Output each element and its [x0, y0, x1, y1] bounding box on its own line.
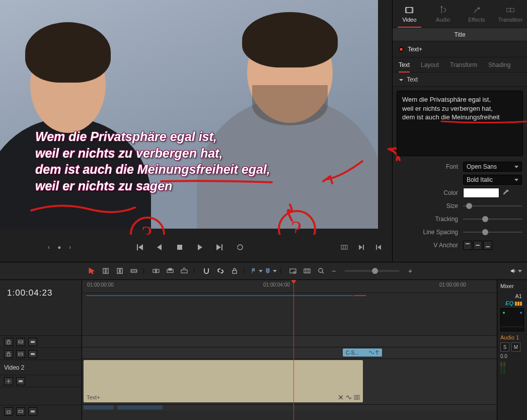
snap-toggle[interactable] [200, 265, 212, 277]
clip-video1-b[interactable] [117, 405, 163, 409]
svg-rect-21 [169, 268, 172, 270]
next-marker-button[interactable] [356, 242, 367, 253]
in-out-range [86, 295, 353, 296]
timecode-display[interactable]: 1:00:04:23 [0, 280, 82, 306]
node-strip[interactable]: Text+ [393, 41, 527, 57]
visible-icon[interactable] [28, 407, 37, 415]
dynamic-trim-tool[interactable] [114, 265, 126, 277]
replace-clip-button[interactable] [178, 265, 190, 277]
vanchor-top[interactable] [463, 241, 472, 250]
auto-select-icon[interactable] [16, 407, 25, 415]
svg-rect-18 [153, 269, 156, 272]
zoom-out-button[interactable]: − [329, 266, 338, 275]
auto-select-icon[interactable] [16, 338, 25, 346]
mixer-eq-button[interactable]: EQ [500, 300, 524, 306]
mute-channel-button[interactable]: M [511, 342, 520, 352]
font-select[interactable]: Open Sans [463, 162, 522, 172]
visible-icon[interactable] [28, 338, 37, 346]
svg-point-40 [503, 312, 505, 314]
link-toggle[interactable] [214, 265, 227, 277]
viewer-mode-dots[interactable]: ‹ ● › [48, 244, 74, 251]
vanchor-segmented[interactable] [463, 241, 492, 250]
zoom-in-button[interactable]: + [406, 266, 415, 275]
vanchor-mid[interactable] [473, 241, 482, 250]
match-frame-button[interactable] [339, 242, 350, 253]
size-slider[interactable] [463, 201, 522, 211]
subtab-shading[interactable]: Shading [488, 57, 510, 72]
zoom-custom-button[interactable] [315, 265, 327, 277]
track-head-v2-ctrls[interactable] [0, 375, 82, 387]
svg-rect-37 [31, 410, 35, 412]
clip-menu-icon[interactable] [354, 394, 360, 400]
svg-rect-30 [31, 341, 35, 343]
lock-toggle[interactable] [229, 265, 241, 277]
inspector-tab-audio[interactable]: Audio [426, 0, 460, 28]
playhead[interactable] [293, 280, 294, 420]
marker-dropdown[interactable] [265, 265, 277, 277]
visible-icon[interactable] [16, 377, 25, 385]
subtab-text[interactable]: Text [399, 57, 410, 72]
visible-icon[interactable] [28, 350, 37, 358]
first-frame-button[interactable] [133, 241, 146, 254]
inspector-tab-effects[interactable]: Effects [460, 0, 494, 28]
prev-marker-button[interactable] [373, 242, 384, 253]
mixer-header: Mixer [500, 283, 524, 289]
lock-icon[interactable] [4, 407, 13, 415]
time-ruler[interactable]: 01:00:00:00 01:00:04:00 01:00:08:00 [82, 280, 497, 293]
zoom-slider[interactable] [344, 270, 400, 272]
last-frame-button[interactable] [213, 241, 227, 254]
insert-clip-button[interactable] [150, 265, 162, 277]
zoom-detail-button[interactable] [301, 265, 313, 277]
auto-select-icon[interactable] [16, 350, 25, 358]
clip-video1-a[interactable] [84, 405, 114, 409]
track-head-v3b[interactable] [0, 347, 82, 360]
font-weight-select[interactable]: Bold Italic [463, 175, 522, 185]
video-frame [0, 0, 378, 229]
blade-tool[interactable] [128, 265, 140, 277]
play-reverse-button[interactable] [153, 241, 166, 254]
svg-rect-16 [106, 268, 108, 273]
color-swatch[interactable] [463, 188, 499, 198]
overwrite-clip-button[interactable] [164, 265, 176, 277]
trim-edit-tool[interactable] [100, 265, 112, 277]
flag-dropdown[interactable] [251, 265, 263, 277]
subtab-transform[interactable]: Transform [450, 57, 477, 72]
track-head-v2[interactable]: Video 2 [0, 360, 82, 375]
line-spacing-slider[interactable] [463, 227, 522, 237]
loop-button[interactable] [234, 241, 247, 254]
enable-dot-icon[interactable] [399, 47, 404, 52]
mixer-eq-graph[interactable] [500, 308, 524, 331]
svg-rect-4 [177, 245, 182, 250]
lock-icon[interactable] [4, 350, 13, 358]
subtab-layout[interactable]: Layout [421, 57, 439, 72]
track-head-v1[interactable] [0, 405, 82, 417]
mixer-panel: Mixer A1 EQ Audio 1 S M 0.0 [497, 280, 527, 420]
clip-compound[interactable]: C-S... [343, 348, 382, 357]
zoom-full-button[interactable] [287, 265, 299, 277]
styled-text-input[interactable]: Wem die Privatsphäre egal ist, weil er n… [397, 91, 523, 156]
section-text-header[interactable]: Text [393, 73, 527, 87]
inspector-tab-transition[interactable]: Transition [493, 0, 527, 28]
clip-text-plus[interactable]: Text+ [84, 360, 363, 402]
svg-rect-31 [7, 354, 10, 356]
stop-button[interactable] [173, 241, 186, 254]
timeline-canvas[interactable]: 01:00:00:00 01:00:04:00 01:00:08:00 C-S.… [82, 280, 497, 420]
auto-select-icon[interactable] [4, 377, 13, 385]
play-button[interactable] [193, 241, 206, 254]
selection-tool[interactable] [86, 265, 98, 277]
lock-icon[interactable] [4, 338, 13, 346]
svg-rect-15 [103, 268, 105, 273]
mute-button[interactable] [510, 265, 522, 277]
inspector-tab-video[interactable]: Video [393, 0, 426, 28]
track-head-v3[interactable] [0, 335, 82, 347]
viewer-preview[interactable]: Wem die Privatsphäre egal ist, weil er n… [0, 0, 378, 229]
tracking-slider[interactable] [463, 214, 522, 224]
ruler-mark: 01:00:00:00 [87, 282, 114, 288]
svg-rect-10 [506, 8, 510, 12]
eyedropper-icon[interactable] [502, 189, 509, 196]
inspector-title-bar[interactable]: Title [393, 28, 527, 41]
svg-rect-13 [476, 245, 480, 246]
vanchor-bottom[interactable] [483, 241, 492, 250]
solo-button[interactable]: S [500, 342, 509, 352]
timeline-toolbar: − + [0, 262, 527, 280]
